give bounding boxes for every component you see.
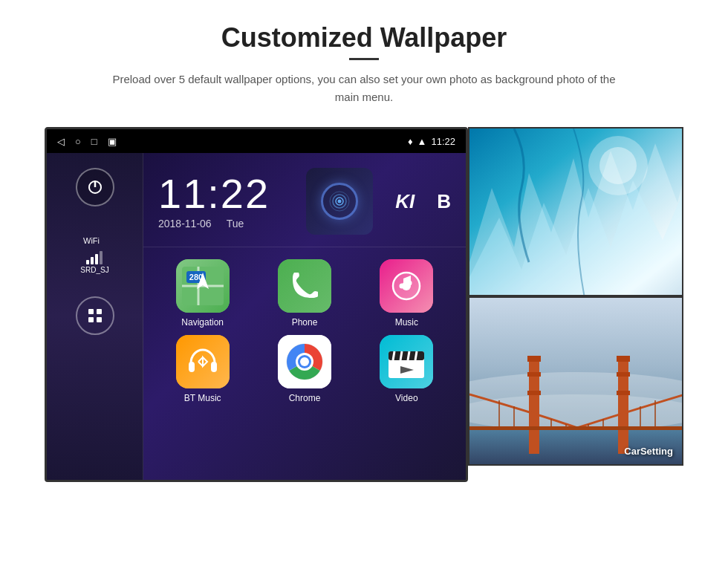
page-container: Customized Wallpaper Preload over 5 defa… bbox=[0, 0, 728, 497]
app-grid: 280 Navigation bbox=[143, 247, 466, 415]
signal-icon bbox=[321, 183, 358, 220]
wifi-signal-icon: WiFi bbox=[83, 229, 105, 245]
svg-point-10 bbox=[338, 200, 342, 204]
signal-widget bbox=[306, 168, 373, 235]
status-right: ♦ ▲ 11:22 bbox=[408, 136, 455, 147]
bridge-wallpaper-svg bbox=[469, 298, 683, 466]
navigation-app-svg: 280 bbox=[176, 259, 230, 313]
clock-section: 11:22 2018-11-06 Tue bbox=[143, 153, 466, 247]
phone-app-svg bbox=[278, 259, 331, 313]
carsetting-label: CarSetting bbox=[624, 446, 673, 457]
bt-music-icon bbox=[176, 335, 230, 388]
chrome-app-svg bbox=[278, 335, 331, 388]
app-music[interactable]: Music bbox=[360, 259, 454, 328]
phone-icon bbox=[278, 259, 331, 313]
chrome-label: Chrome bbox=[289, 393, 321, 403]
music-label: Music bbox=[395, 317, 418, 328]
center-area: 11:22 2018-11-06 Tue bbox=[143, 153, 466, 480]
wifi-bar-2 bbox=[91, 257, 94, 264]
video-label: Video bbox=[395, 393, 417, 403]
svg-rect-52 bbox=[527, 372, 541, 377]
svg-rect-26 bbox=[211, 362, 217, 372]
svg-rect-51 bbox=[527, 356, 541, 362]
wifi-bar-1 bbox=[86, 260, 89, 264]
svg-text:WiFi: WiFi bbox=[83, 236, 100, 245]
svg-line-38 bbox=[415, 351, 417, 360]
wifi-status-icon: ▲ bbox=[417, 136, 427, 147]
wifi-network-name: SRD_SJ bbox=[80, 266, 108, 274]
navigation-icon: 280 bbox=[176, 259, 230, 313]
svg-rect-25 bbox=[189, 362, 195, 372]
status-time: 11:22 bbox=[431, 136, 455, 147]
grid-icon bbox=[87, 307, 103, 324]
svg-rect-50 bbox=[618, 357, 628, 454]
app-video[interactable]: Video bbox=[360, 335, 454, 403]
main-content: WiFi SRD_SJ bbox=[47, 153, 466, 480]
clock-date-value: 2018-11-06 bbox=[158, 218, 212, 230]
svg-rect-6 bbox=[97, 317, 102, 322]
power-icon bbox=[87, 179, 103, 195]
ice-wallpaper-svg bbox=[469, 128, 683, 296]
svg-point-31 bbox=[300, 357, 309, 366]
video-app-svg bbox=[380, 335, 433, 388]
location-icon: ♦ bbox=[408, 136, 413, 147]
wallpaper-panel: CarSetting bbox=[468, 127, 683, 482]
clock-day-value: Tue bbox=[227, 218, 244, 230]
svg-point-44 bbox=[599, 147, 637, 184]
app-bt-music[interactable]: BT Music bbox=[155, 335, 250, 403]
ki-widget: KI bbox=[395, 190, 415, 213]
clock-date: 2018-11-06 Tue bbox=[158, 218, 270, 230]
chrome-icon bbox=[278, 335, 331, 388]
bt-music-app-svg bbox=[176, 335, 230, 388]
svg-line-36 bbox=[400, 351, 402, 360]
wifi-bar-3 bbox=[95, 254, 98, 264]
music-icon bbox=[380, 259, 433, 313]
app-chrome[interactable]: Chrome bbox=[257, 335, 351, 403]
screenshot-icon[interactable]: ▣ bbox=[108, 136, 117, 147]
app-phone[interactable]: Phone bbox=[257, 259, 351, 328]
wallpaper-ice[interactable] bbox=[468, 127, 683, 296]
wifi-bars bbox=[80, 251, 108, 264]
app-navigation[interactable]: 280 Navigation bbox=[155, 259, 250, 328]
apps-grid-button[interactable] bbox=[76, 296, 114, 335]
phone-label: Phone bbox=[292, 317, 318, 328]
svg-rect-3 bbox=[88, 309, 94, 314]
left-sidebar: WiFi SRD_SJ bbox=[47, 153, 143, 480]
svg-rect-49 bbox=[529, 357, 539, 454]
svg-rect-5 bbox=[88, 317, 94, 322]
svg-point-23 bbox=[407, 281, 412, 286]
navigation-label: Navigation bbox=[181, 317, 224, 328]
clock-display: 11:22 2018-11-06 Tue bbox=[158, 173, 270, 230]
status-left: ◁ ○ □ ▣ bbox=[57, 136, 117, 147]
svg-point-22 bbox=[400, 284, 405, 289]
music-app-svg bbox=[380, 259, 433, 313]
clock-time: 11:22 bbox=[158, 173, 270, 215]
page-subtitle: Preload over 5 default wallpaper options… bbox=[104, 71, 624, 106]
title-divider bbox=[349, 58, 379, 60]
svg-rect-55 bbox=[617, 372, 630, 377]
svg-rect-56 bbox=[617, 391, 630, 395]
svg-rect-53 bbox=[527, 391, 541, 395]
device-area: ◁ ○ □ ▣ ♦ ▲ 11:22 bbox=[45, 127, 683, 482]
page-title: Customized Wallpaper bbox=[221, 22, 507, 53]
home-nav-icon[interactable]: ○ bbox=[75, 136, 81, 147]
svg-line-37 bbox=[408, 351, 409, 360]
antenna-icon bbox=[329, 191, 350, 212]
video-icon bbox=[380, 335, 433, 388]
power-button[interactable] bbox=[76, 168, 114, 206]
svg-rect-18 bbox=[278, 259, 331, 313]
wifi-bar-4 bbox=[100, 251, 103, 264]
bt-music-label: BT Music bbox=[184, 393, 221, 403]
wifi-label: WiFi bbox=[80, 229, 108, 250]
wifi-widget: WiFi SRD_SJ bbox=[80, 229, 108, 274]
svg-rect-57 bbox=[469, 426, 683, 430]
recent-nav-icon[interactable]: □ bbox=[91, 136, 97, 147]
b-widget: B bbox=[437, 190, 451, 213]
svg-line-35 bbox=[393, 351, 394, 360]
status-bar: ◁ ○ □ ▣ ♦ ▲ 11:22 bbox=[47, 129, 466, 153]
svg-rect-4 bbox=[97, 309, 102, 314]
android-screen: ◁ ○ □ ▣ ♦ ▲ 11:22 bbox=[45, 127, 468, 482]
svg-rect-54 bbox=[617, 356, 630, 362]
wallpaper-bridge[interactable]: CarSetting bbox=[468, 296, 683, 466]
back-nav-icon[interactable]: ◁ bbox=[57, 136, 65, 147]
